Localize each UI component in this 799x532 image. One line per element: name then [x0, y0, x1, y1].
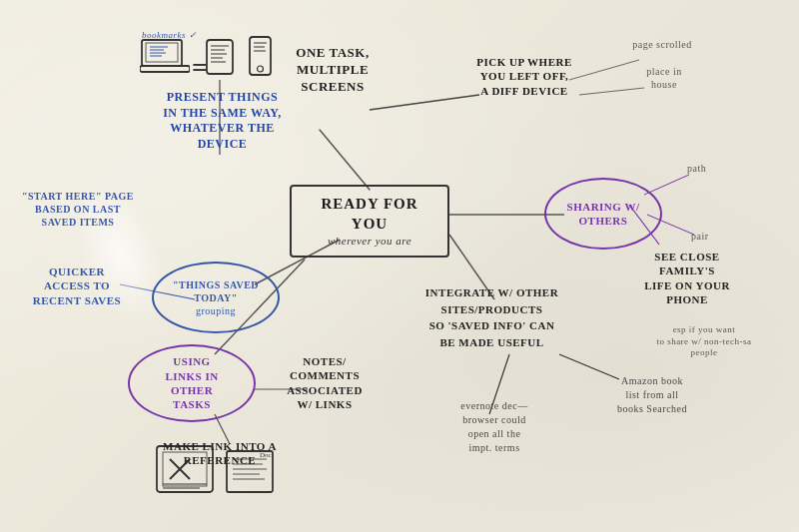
sharing-node: Sharing W/Others	[544, 178, 662, 250]
amazon-node: Amazon booklist from allbooks Searched	[587, 374, 717, 416]
bookmarks-label: bookmarks ✓	[142, 30, 197, 42]
page-scrolled-node: page scrolled	[617, 38, 707, 51]
pickup-node: Pick up whereyou left off,a Diff Device	[459, 55, 589, 98]
svg-line-0	[320, 130, 370, 190]
quicker-access-node: QuickerAccess toRecent Saves	[22, 265, 132, 307]
present-things-node: Present Thingsin the same way,Whatever t…	[150, 90, 295, 152]
one-task-node: One Task, Multiple Screens	[278, 45, 388, 96]
tablet-icon	[205, 38, 235, 76]
svg-rect-19	[140, 66, 190, 72]
path-node: path	[687, 162, 706, 175]
pair-node: pair	[691, 230, 709, 243]
things-saved-node: "Things Saved Today" grouping	[152, 262, 280, 333]
svg-point-35	[258, 66, 264, 72]
whiteboard: = Doc bookmar	[0, 0, 799, 532]
see-family-node: See Close Family'sLife on YourPhone	[627, 250, 747, 306]
using-links-node: UsingLinks in OtherTasks	[128, 344, 256, 422]
center-node: Ready For You wherever you are	[290, 185, 449, 258]
esp-share-node: esp if you wantto share w/ non-tech-sape…	[639, 324, 769, 359]
laptop-icon	[140, 38, 190, 76]
evernote-node: evernote dec—browser couldopen all theim…	[419, 399, 569, 455]
make-link-node: Make link into a reference	[145, 439, 295, 468]
integrate-node: Integrate w/ OtherSites/ProductsSo 'Save…	[414, 284, 569, 350]
notes-comments-node: Notes/CommentsAssociatedW/ Links	[270, 354, 380, 411]
phone-icon	[248, 35, 273, 77]
start-here-node: "Start Here" pagebased on lastSaved item…	[18, 190, 138, 229]
place-in-house-node: place inhouse	[619, 65, 709, 91]
svg-rect-25	[207, 40, 233, 74]
